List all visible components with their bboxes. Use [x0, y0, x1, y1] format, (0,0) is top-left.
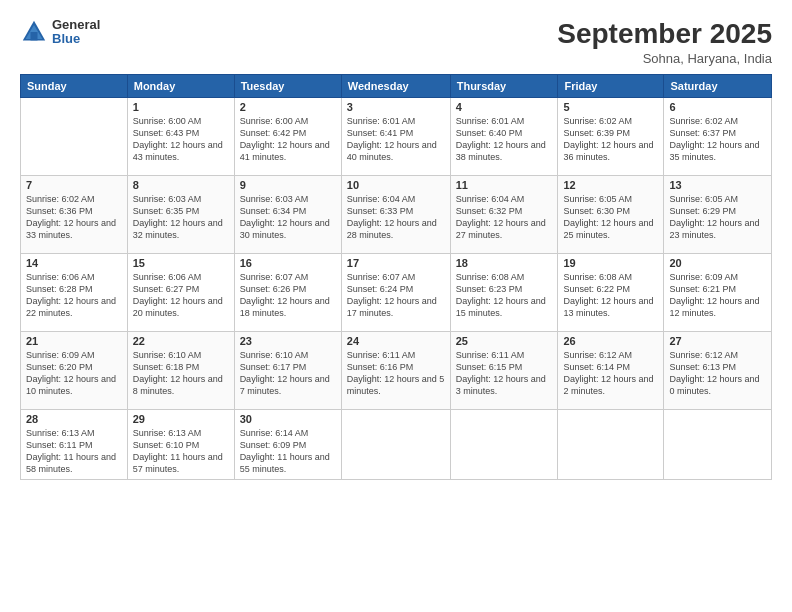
table-row: 17Sunrise: 6:07 AM Sunset: 6:24 PM Dayli…	[341, 254, 450, 332]
table-row: 10Sunrise: 6:04 AM Sunset: 6:33 PM Dayli…	[341, 176, 450, 254]
day-detail: Sunrise: 6:05 AM Sunset: 6:29 PM Dayligh…	[669, 193, 766, 242]
day-detail: Sunrise: 6:00 AM Sunset: 6:43 PM Dayligh…	[133, 115, 229, 164]
table-row: 4Sunrise: 6:01 AM Sunset: 6:40 PM Daylig…	[450, 98, 558, 176]
table-row: 7Sunrise: 6:02 AM Sunset: 6:36 PM Daylig…	[21, 176, 128, 254]
table-row: 6Sunrise: 6:02 AM Sunset: 6:37 PM Daylig…	[664, 98, 772, 176]
day-number: 9	[240, 179, 336, 191]
day-number: 14	[26, 257, 122, 269]
table-row	[21, 98, 128, 176]
day-detail: Sunrise: 6:11 AM Sunset: 6:15 PM Dayligh…	[456, 349, 553, 398]
day-number: 23	[240, 335, 336, 347]
table-row: 9Sunrise: 6:03 AM Sunset: 6:34 PM Daylig…	[234, 176, 341, 254]
table-row: 22Sunrise: 6:10 AM Sunset: 6:18 PM Dayli…	[127, 332, 234, 410]
header-row: Sunday Monday Tuesday Wednesday Thursday…	[21, 75, 772, 98]
table-row: 14Sunrise: 6:06 AM Sunset: 6:28 PM Dayli…	[21, 254, 128, 332]
day-detail: Sunrise: 6:01 AM Sunset: 6:41 PM Dayligh…	[347, 115, 445, 164]
logo-text: General Blue	[52, 18, 100, 47]
table-row: 18Sunrise: 6:08 AM Sunset: 6:23 PM Dayli…	[450, 254, 558, 332]
day-detail: Sunrise: 6:10 AM Sunset: 6:17 PM Dayligh…	[240, 349, 336, 398]
day-number: 11	[456, 179, 553, 191]
day-number: 17	[347, 257, 445, 269]
day-number: 27	[669, 335, 766, 347]
location-subtitle: Sohna, Haryana, India	[557, 51, 772, 66]
day-number: 16	[240, 257, 336, 269]
day-number: 5	[563, 101, 658, 113]
day-detail: Sunrise: 6:13 AM Sunset: 6:11 PM Dayligh…	[26, 427, 122, 476]
day-detail: Sunrise: 6:07 AM Sunset: 6:26 PM Dayligh…	[240, 271, 336, 320]
col-monday: Monday	[127, 75, 234, 98]
day-detail: Sunrise: 6:12 AM Sunset: 6:13 PM Dayligh…	[669, 349, 766, 398]
svg-rect-2	[31, 32, 38, 40]
day-detail: Sunrise: 6:03 AM Sunset: 6:34 PM Dayligh…	[240, 193, 336, 242]
col-friday: Friday	[558, 75, 664, 98]
day-number: 25	[456, 335, 553, 347]
day-number: 26	[563, 335, 658, 347]
table-row	[664, 410, 772, 480]
col-saturday: Saturday	[664, 75, 772, 98]
day-number: 7	[26, 179, 122, 191]
table-row: 27Sunrise: 6:12 AM Sunset: 6:13 PM Dayli…	[664, 332, 772, 410]
calendar-table: Sunday Monday Tuesday Wednesday Thursday…	[20, 74, 772, 480]
day-detail: Sunrise: 6:14 AM Sunset: 6:09 PM Dayligh…	[240, 427, 336, 476]
day-number: 12	[563, 179, 658, 191]
logo: General Blue	[20, 18, 100, 47]
day-detail: Sunrise: 6:00 AM Sunset: 6:42 PM Dayligh…	[240, 115, 336, 164]
col-thursday: Thursday	[450, 75, 558, 98]
day-detail: Sunrise: 6:02 AM Sunset: 6:37 PM Dayligh…	[669, 115, 766, 164]
day-number: 13	[669, 179, 766, 191]
table-row: 30Sunrise: 6:14 AM Sunset: 6:09 PM Dayli…	[234, 410, 341, 480]
col-wednesday: Wednesday	[341, 75, 450, 98]
day-detail: Sunrise: 6:10 AM Sunset: 6:18 PM Dayligh…	[133, 349, 229, 398]
day-detail: Sunrise: 6:11 AM Sunset: 6:16 PM Dayligh…	[347, 349, 445, 398]
day-detail: Sunrise: 6:03 AM Sunset: 6:35 PM Dayligh…	[133, 193, 229, 242]
table-row: 25Sunrise: 6:11 AM Sunset: 6:15 PM Dayli…	[450, 332, 558, 410]
day-detail: Sunrise: 6:09 AM Sunset: 6:20 PM Dayligh…	[26, 349, 122, 398]
table-row: 15Sunrise: 6:06 AM Sunset: 6:27 PM Dayli…	[127, 254, 234, 332]
table-row: 21Sunrise: 6:09 AM Sunset: 6:20 PM Dayli…	[21, 332, 128, 410]
table-row	[558, 410, 664, 480]
day-number: 19	[563, 257, 658, 269]
logo-blue-text: Blue	[52, 32, 100, 46]
day-number: 24	[347, 335, 445, 347]
day-detail: Sunrise: 6:06 AM Sunset: 6:27 PM Dayligh…	[133, 271, 229, 320]
title-block: September 2025 Sohna, Haryana, India	[557, 18, 772, 66]
day-number: 30	[240, 413, 336, 425]
day-number: 3	[347, 101, 445, 113]
table-row: 2Sunrise: 6:00 AM Sunset: 6:42 PM Daylig…	[234, 98, 341, 176]
day-number: 10	[347, 179, 445, 191]
day-detail: Sunrise: 6:04 AM Sunset: 6:33 PM Dayligh…	[347, 193, 445, 242]
header: General Blue September 2025 Sohna, Harya…	[20, 18, 772, 66]
day-detail: Sunrise: 6:08 AM Sunset: 6:22 PM Dayligh…	[563, 271, 658, 320]
day-number: 8	[133, 179, 229, 191]
month-year-title: September 2025	[557, 18, 772, 50]
page: General Blue September 2025 Sohna, Harya…	[0, 0, 792, 612]
table-row: 19Sunrise: 6:08 AM Sunset: 6:22 PM Dayli…	[558, 254, 664, 332]
day-number: 28	[26, 413, 122, 425]
table-row: 29Sunrise: 6:13 AM Sunset: 6:10 PM Dayli…	[127, 410, 234, 480]
table-row	[341, 410, 450, 480]
table-row: 3Sunrise: 6:01 AM Sunset: 6:41 PM Daylig…	[341, 98, 450, 176]
logo-general-text: General	[52, 18, 100, 32]
logo-icon	[20, 18, 48, 46]
table-row: 11Sunrise: 6:04 AM Sunset: 6:32 PM Dayli…	[450, 176, 558, 254]
table-row: 8Sunrise: 6:03 AM Sunset: 6:35 PM Daylig…	[127, 176, 234, 254]
day-number: 20	[669, 257, 766, 269]
day-detail: Sunrise: 6:06 AM Sunset: 6:28 PM Dayligh…	[26, 271, 122, 320]
table-row: 23Sunrise: 6:10 AM Sunset: 6:17 PM Dayli…	[234, 332, 341, 410]
day-number: 4	[456, 101, 553, 113]
col-tuesday: Tuesday	[234, 75, 341, 98]
table-row	[450, 410, 558, 480]
day-number: 15	[133, 257, 229, 269]
day-detail: Sunrise: 6:12 AM Sunset: 6:14 PM Dayligh…	[563, 349, 658, 398]
day-detail: Sunrise: 6:07 AM Sunset: 6:24 PM Dayligh…	[347, 271, 445, 320]
day-number: 21	[26, 335, 122, 347]
table-row: 24Sunrise: 6:11 AM Sunset: 6:16 PM Dayli…	[341, 332, 450, 410]
day-number: 1	[133, 101, 229, 113]
day-detail: Sunrise: 6:09 AM Sunset: 6:21 PM Dayligh…	[669, 271, 766, 320]
day-number: 2	[240, 101, 336, 113]
table-row: 1Sunrise: 6:00 AM Sunset: 6:43 PM Daylig…	[127, 98, 234, 176]
table-row: 20Sunrise: 6:09 AM Sunset: 6:21 PM Dayli…	[664, 254, 772, 332]
day-number: 6	[669, 101, 766, 113]
day-detail: Sunrise: 6:01 AM Sunset: 6:40 PM Dayligh…	[456, 115, 553, 164]
day-number: 29	[133, 413, 229, 425]
